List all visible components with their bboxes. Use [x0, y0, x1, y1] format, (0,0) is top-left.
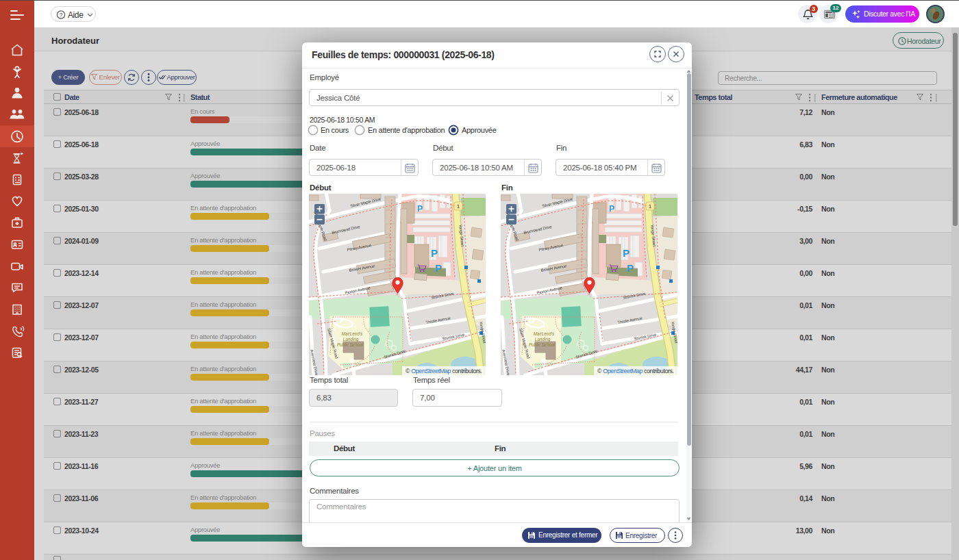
svg-text:Aide: Aide — [68, 10, 84, 20]
svg-text:?: ? — [59, 12, 62, 18]
